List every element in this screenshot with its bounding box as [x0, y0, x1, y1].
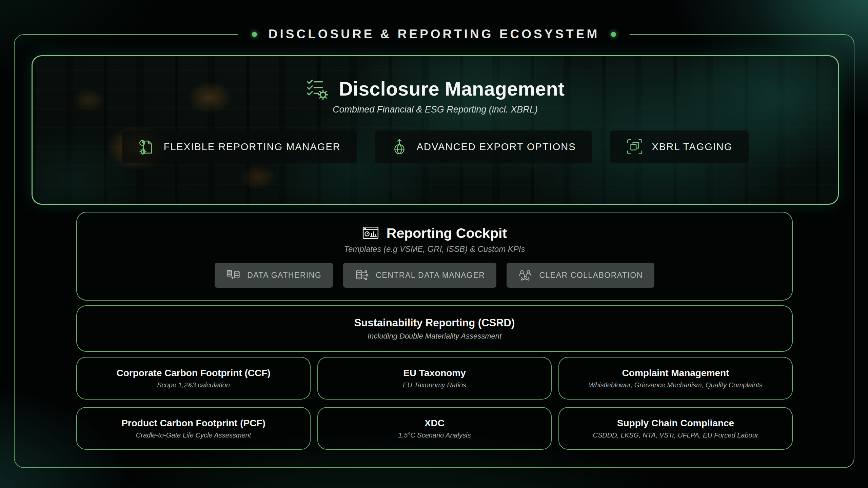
sustainability-reporting-card: Sustainability Reporting (CSRD) Includin…	[76, 305, 793, 352]
central-database-icon	[355, 268, 369, 282]
disclosure-management-title: Disclosure Management	[339, 78, 565, 100]
feature-xbrl-tagging: XBRL TAGGING	[610, 130, 749, 163]
cockpit-feature-row: DATA GATHERING CENTRAL DATA MANAGER	[215, 263, 654, 288]
module-subtitle: Cradle-to-Gate Life Cycle Assessment	[136, 431, 251, 439]
dashboard-icon	[362, 225, 379, 242]
module-title: Complaint Management	[622, 368, 729, 379]
reporting-cockpit-subtitle: Templates (e.g VSME, GRI, ISSB) & Custom…	[344, 244, 525, 254]
module-xdc: XDC 1.5°C Scenario Analysis	[317, 407, 552, 450]
feature-advanced-export-options: ADVANCED EXPORT OPTIONS	[375, 130, 592, 163]
sustainability-title: Sustainability Reporting (CSRD)	[354, 317, 515, 329]
module-complaint-management: Complaint Management Whistleblower, Grie…	[558, 357, 793, 400]
disclosure-management-subtitle: Combined Financial & ESG Reporting (incl…	[333, 104, 538, 115]
feature-label: ADVANCED EXPORT OPTIONS	[417, 141, 576, 152]
modules-grid: Corporate Carbon Footprint (CCF) Scope 1…	[76, 357, 793, 450]
module-corporate-carbon-footprint: Corporate Carbon Footprint (CCF) Scope 1…	[76, 357, 311, 400]
feature-label: DATA GATHERING	[247, 271, 321, 280]
document-database-icon	[226, 268, 240, 282]
xbrl-copy-icon	[626, 138, 643, 155]
module-title: Corporate Carbon Footprint (CCF)	[116, 368, 270, 379]
module-subtitle: 1.5°C Scenario Analysis	[398, 431, 471, 439]
checklist-gear-icon	[305, 77, 329, 100]
feature-label: CENTRAL DATA MANAGER	[376, 271, 485, 280]
module-subtitle: Whistleblower, Grievance Mechanism, Qual…	[589, 381, 762, 389]
module-title: EU Taxonomy	[403, 368, 466, 379]
module-subtitle: EU Taxonomy Ratios	[403, 381, 466, 389]
module-title: Product Carbon Footprint (PCF)	[121, 418, 265, 429]
feature-clear-collaboration: CLEAR COLLABORATION	[507, 263, 654, 288]
title-right-dot-icon	[611, 32, 616, 37]
feature-flexible-reporting-manager: FLEXIBLE REPORTING MANAGER	[122, 130, 357, 163]
title-left-dot-icon	[252, 32, 257, 37]
module-eu-taxonomy: EU Taxonomy EU Taxonomy Ratios	[317, 357, 552, 400]
page-title-text: DISCLOSURE & REPORTING ECOSYSTEM	[269, 27, 599, 41]
disclosure-management-card: Disclosure Management Combined Financial…	[32, 55, 839, 205]
module-title: Supply Chain Compliance	[617, 418, 734, 429]
module-product-carbon-footprint: Product Carbon Footprint (PCF) Cradle-to…	[76, 407, 311, 450]
feature-label: FLEXIBLE REPORTING MANAGER	[164, 141, 341, 152]
page-title: DISCLOSURE & REPORTING ECOSYSTEM	[238, 27, 630, 41]
feature-label: CLEAR COLLABORATION	[539, 271, 643, 280]
module-title: XDC	[425, 418, 445, 429]
feature-data-gathering: DATA GATHERING	[215, 263, 333, 288]
reporting-cockpit-card: Reporting Cockpit Templates (e.g VSME, G…	[76, 212, 793, 301]
module-subtitle: CSDDD, LKSG, NTA, VSTr, UFLPA, EU Forced…	[593, 431, 758, 439]
collaboration-icon	[518, 268, 532, 282]
feature-central-data-manager: CENTRAL DATA MANAGER	[343, 263, 496, 288]
sustainability-subtitle: Including Double Materiality Assessment	[368, 332, 501, 341]
disclosure-feature-row: FLEXIBLE REPORTING MANAGER ADVANCED EXPO…	[122, 130, 749, 163]
module-supply-chain-compliance: Supply Chain Compliance CSDDD, LKSG, NTA…	[558, 407, 793, 450]
report-settings-icon	[138, 138, 155, 155]
globe-export-icon	[391, 138, 408, 155]
feature-label: XBRL TAGGING	[652, 141, 733, 152]
reporting-cockpit-title: Reporting Cockpit	[387, 225, 507, 241]
disclosure-ecosystem-diagram: DISCLOSURE & REPORTING ECOSYSTEM Disclos…	[0, 0, 868, 488]
module-subtitle: Scope 1,2&3 calculation	[157, 381, 230, 389]
